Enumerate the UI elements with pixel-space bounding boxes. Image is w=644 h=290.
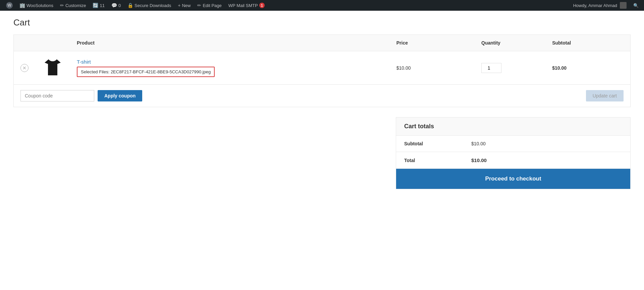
table-row: ✕ T-shirt Selected Files: 2EC8F217-BFCF-… xyxy=(14,51,631,85)
col-header-subtotal: Subtotal xyxy=(545,35,630,51)
selected-files-badge: Selected Files: 2EC8F217-BFCF-421E-8BE9-… xyxy=(77,67,215,77)
col-header-remove xyxy=(14,35,36,51)
cart-totals-total-row: Total $10.00 xyxy=(396,152,630,169)
product-details-cell: T-shirt Selected Files: 2EC8F217-BFCF-42… xyxy=(70,51,390,85)
adminbar-search[interactable]: 🔍 xyxy=(631,0,641,11)
proceed-to-checkout-button[interactable]: Proceed to checkout xyxy=(396,169,630,189)
updates-icon: 🔄 xyxy=(93,3,98,8)
page-title: Cart xyxy=(13,17,631,28)
col-header-quantity: Quantity xyxy=(475,35,545,51)
customize-icon: ✏ xyxy=(60,3,64,8)
cart-totals-subtotal-row: Subtotal $10.00 xyxy=(396,136,630,152)
coupon-input[interactable] xyxy=(20,90,94,101)
adminbar-user-greeting[interactable]: Howdy, Ammar Ahmad xyxy=(571,0,629,11)
page-content: Cart Product Price Quantity Subtotal ✕ xyxy=(0,11,644,290)
cart-totals: Cart totals Subtotal $10.00 Total $10.00… xyxy=(396,117,631,189)
total-label: Total xyxy=(404,158,471,163)
product-qty-cell xyxy=(475,51,545,85)
adminbar-woo-solutions[interactable]: 🏢 WooSolutions xyxy=(16,0,57,11)
adminbar-updates[interactable]: 🔄 11 xyxy=(89,0,108,11)
cart-actions: Apply coupon Update cart xyxy=(13,85,631,107)
adminbar-comments[interactable]: 💬 0 xyxy=(108,0,124,11)
wp-logo-icon: W xyxy=(6,2,13,9)
quantity-input[interactable] xyxy=(481,63,501,73)
subtotal-value: $10.00 xyxy=(471,141,486,146)
cart-totals-heading: Cart totals xyxy=(396,118,630,136)
update-cart-button[interactable]: Update cart xyxy=(586,90,624,101)
search-icon: 🔍 xyxy=(633,3,639,8)
product-subtotal-cell: $10.00 xyxy=(545,51,630,85)
remove-item-button[interactable]: ✕ xyxy=(20,64,29,72)
adminbar-edit-page[interactable]: ✏ Edit Page xyxy=(194,0,225,11)
product-image-cell xyxy=(35,51,70,85)
adminbar-new[interactable]: + New xyxy=(174,0,194,11)
secure-downloads-icon: 🔒 xyxy=(127,3,133,8)
new-icon: + xyxy=(178,3,180,8)
cart-totals-wrapper: Cart totals Subtotal $10.00 Total $10.00… xyxy=(13,117,631,189)
admin-bar: W 🏢 WooSolutions ✏ Customize 🔄 11 💬 0 🔒 … xyxy=(0,0,644,11)
product-name-link[interactable]: T-shirt xyxy=(77,59,383,65)
remove-cell: ✕ xyxy=(14,51,36,85)
col-header-product: Product xyxy=(70,35,390,51)
subtotal-label: Subtotal xyxy=(404,141,471,146)
adminbar-wp-logo[interactable]: W xyxy=(3,0,16,11)
user-avatar xyxy=(620,2,627,9)
wp-mail-smtp-badge: 1 xyxy=(259,3,265,8)
adminbar-wp-mail-smtp[interactable]: WP Mail SMTP 1 xyxy=(225,0,268,11)
cart-table: Product Price Quantity Subtotal ✕ T-shir… xyxy=(13,34,631,85)
adminbar-secure-downloads[interactable]: 🔒 Secure Downloads xyxy=(124,0,174,11)
product-image xyxy=(42,57,63,78)
apply-coupon-button[interactable]: Apply coupon xyxy=(98,90,142,101)
edit-page-icon: ✏ xyxy=(197,3,201,8)
col-header-price: Price xyxy=(390,35,475,51)
woo-icon: 🏢 xyxy=(19,3,25,8)
col-header-image xyxy=(35,35,70,51)
total-value: $10.00 xyxy=(471,157,487,163)
product-price-cell: $10.00 xyxy=(390,51,475,85)
adminbar-customize[interactable]: ✏ Customize xyxy=(57,0,89,11)
comments-icon: 💬 xyxy=(111,3,117,8)
